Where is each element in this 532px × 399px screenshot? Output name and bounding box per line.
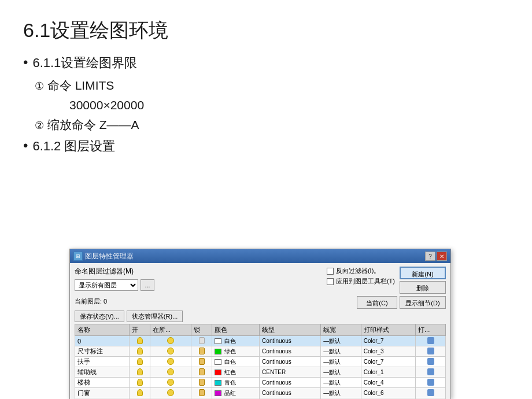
layer-manager-dialog: ⊞ 图层特性管理器 ? ✕ 命名图层过滤器(M) 显示所有图层 ...: [69, 249, 451, 399]
col-linewidth: 线宽: [321, 324, 361, 336]
dialog-icon: ⊞: [73, 252, 83, 261]
cb-row-2: 应用到图层工具栏(T): [327, 277, 395, 286]
layer-table-body: 0 白色 Continuous —默认 Color_7 尺寸标注 绿色 Cont…: [75, 336, 446, 400]
sub2-text: 缩放命令 Z——A: [47, 118, 139, 131]
bullet-1-label: 6.1.1设置绘图界限: [32, 54, 137, 72]
minimize-btn[interactable]: ?: [425, 252, 435, 261]
cell-plotstyle: Color_6: [361, 388, 415, 398]
table-row[interactable]: 扶手 白色 Continuous —默认 Color_7: [75, 357, 446, 367]
cell-plotstyle: Color_7: [361, 336, 415, 346]
cell-on: [130, 346, 150, 357]
cell-plotstyle: Color_4: [361, 378, 415, 388]
filter-combo-row: 显示所有图层 ...: [75, 279, 316, 291]
cell-name: 门窗: [75, 388, 130, 398]
cell-freeze: [150, 388, 191, 398]
layer-table: 名称 开 在所... 锁 颜色 线型 线宽 打印样式 打... 0: [75, 324, 446, 399]
cell-color: 白色: [212, 357, 260, 367]
cell-color: 红色: [212, 367, 260, 378]
cell-linetype: Continuous: [260, 346, 321, 357]
cell-plot: [416, 378, 446, 388]
table-header-row: 名称 开 在所... 锁 颜色 线型 线宽 打印样式 打...: [75, 324, 446, 336]
cell-plot: [416, 357, 446, 367]
col-linetype: 线型: [260, 324, 321, 336]
cell-plot: [416, 388, 446, 398]
current-layer: 当前图层: 0: [75, 297, 107, 306]
right-buttons-top: 新建(N) 删除: [400, 267, 446, 294]
dialog-top-row: 命名图层过滤器(M) 显示所有图层 ... 反向过滤器(I)。 应用到图层工具栏…: [75, 267, 446, 294]
cell-name: 扶手: [75, 357, 130, 367]
col-freeze: 在所...: [150, 324, 191, 336]
cb-toolbar-label: 应用到图层工具栏(T): [336, 277, 395, 286]
cell-plot: [416, 336, 446, 346]
cell-on: [130, 357, 150, 367]
filter-btn[interactable]: ...: [141, 279, 154, 291]
cell-lock: [191, 346, 212, 357]
cell-lock: [191, 388, 212, 398]
cell-color: 绿色: [212, 346, 260, 357]
cb-inverse[interactable]: [327, 268, 334, 275]
checkboxes-section: 反向过滤器(I)。 应用到图层工具栏(T): [327, 267, 395, 286]
col-color: 颜色: [212, 324, 260, 336]
cell-lock: [191, 357, 212, 367]
col-plotstyle: 打印样式: [361, 324, 415, 336]
col-name: 名称: [75, 324, 130, 336]
delete-button[interactable]: 删除: [400, 281, 446, 294]
cb-toolbar[interactable]: [327, 278, 334, 285]
cell-color: 青色: [212, 378, 260, 388]
cb-inverse-label: 反向过滤器(I)。: [336, 267, 380, 275]
circle-2: ②: [35, 120, 44, 131]
cell-linewidth: —默认: [321, 378, 361, 388]
cell-linewidth: —默认: [321, 388, 361, 398]
filter-select[interactable]: 显示所有图层: [75, 279, 138, 291]
main-content: 6.1设置绘图环境 • 6.1.1设置绘图界限 ① 命令 LIMITS 3000…: [0, 0, 532, 155]
filter-section: 命名图层过滤器(M) 显示所有图层 ...: [75, 267, 316, 291]
cell-linetype: Continuous: [260, 378, 321, 388]
dialog-titlebar: ⊞ 图层特性管理器 ? ✕: [70, 249, 450, 263]
cell-plot: [416, 367, 446, 378]
cell-on: [130, 378, 150, 388]
cell-name: 0: [75, 336, 130, 346]
bullet-2: • 6.1.2 图层设置: [23, 138, 509, 155]
bullet-dot-1: •: [23, 56, 28, 69]
sub-item-1: ① 命令 LIMITS: [35, 77, 509, 94]
new-button[interactable]: 新建(N): [400, 267, 446, 279]
cell-freeze: [150, 378, 191, 388]
cell-color: 白色: [212, 336, 260, 346]
cell-lock: [191, 336, 212, 346]
current-button[interactable]: 当前(C): [357, 296, 397, 309]
table-row[interactable]: 门窗 品红 Continuous —默认 Color_6: [75, 388, 446, 398]
cb-row-1: 反向过滤器(I)。: [327, 267, 395, 275]
cell-linewidth: —默认: [321, 367, 361, 378]
save-state-button[interactable]: 保存状态(V)...: [75, 311, 124, 322]
sub1b-text: 30000×20000: [69, 98, 144, 112]
details-button[interactable]: 显示细节(D): [400, 296, 446, 309]
bullet-dot-2: •: [23, 139, 28, 153]
bullet-2-label: 6.1.2 图层设置: [32, 138, 115, 155]
cell-linetype: Continuous: [260, 388, 321, 398]
sub1-text: 命令 LIMITS: [47, 79, 114, 92]
bullet-1: • 6.1.1设置绘图界限: [23, 54, 509, 72]
cell-plot: [416, 346, 446, 357]
col-on: 开: [130, 324, 150, 336]
cell-freeze: [150, 336, 191, 346]
layer-table-container: 名称 开 在所... 锁 颜色 线型 线宽 打印样式 打... 0: [75, 324, 446, 399]
state-manager-button[interactable]: 状态管理器(R)...: [127, 311, 183, 322]
cell-color: 品红: [212, 388, 260, 398]
table-row[interactable]: 尺寸标注 绿色 Continuous —默认 Color_3: [75, 346, 446, 357]
titlebar-left: ⊞ 图层特性管理器: [73, 252, 134, 261]
cell-linewidth: —默认: [321, 357, 361, 367]
cell-freeze: [150, 346, 191, 357]
cell-lock: [191, 367, 212, 378]
close-btn[interactable]: ✕: [437, 252, 447, 261]
cell-linetype: CENTER: [260, 367, 321, 378]
filter-label: 命名图层过滤器(M): [75, 267, 316, 276]
table-row[interactable]: 辅助线 红色 CENTER —默认 Color_1: [75, 367, 446, 378]
cell-linetype: Continuous: [260, 336, 321, 346]
dialog-body: 命名图层过滤器(M) 显示所有图层 ... 反向过滤器(I)。 应用到图层工具栏…: [70, 263, 450, 399]
table-row[interactable]: 0 白色 Continuous —默认 Color_7: [75, 336, 446, 346]
table-row[interactable]: 楼梯 青色 Continuous —默认 Color_4: [75, 378, 446, 388]
cell-on: [130, 367, 150, 378]
cell-linewidth: —默认: [321, 336, 361, 346]
cell-linetype: Continuous: [260, 357, 321, 367]
col-lock: 锁: [191, 324, 212, 336]
